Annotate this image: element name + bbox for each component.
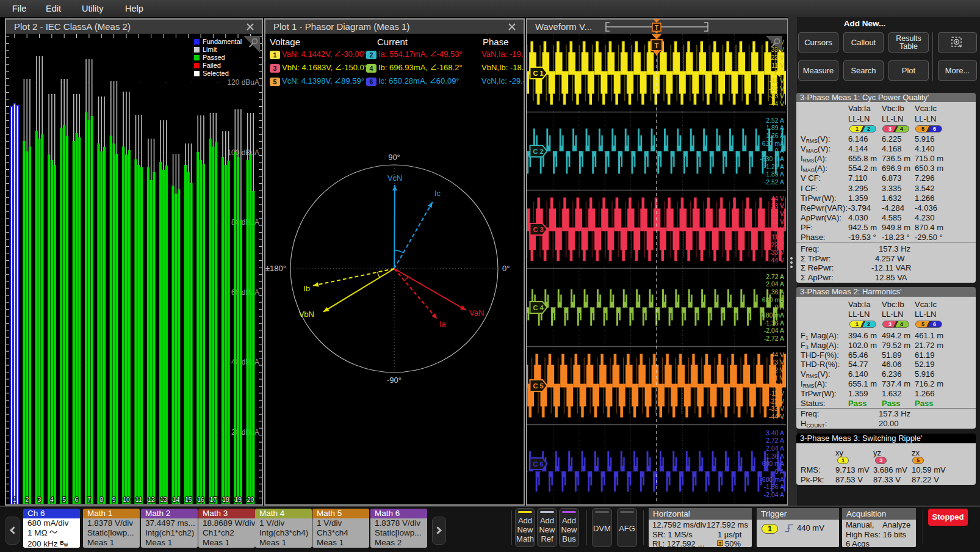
svg-text:14: 14 (173, 496, 180, 503)
svg-text:-11 V: -11 V (769, 77, 784, 84)
svg-text:0 A: 0 A (775, 468, 784, 475)
svg-text:-1.89 A: -1.89 A (764, 170, 784, 178)
svg-text:Ia: Ia (439, 319, 447, 329)
svg-text:15: 15 (185, 496, 192, 503)
svg-text:3: 3 (38, 496, 41, 503)
svg-text:-11 V: -11 V (769, 233, 784, 241)
svg-text:VbN: VbN (299, 310, 314, 319)
svg-text:VcN: VcN (387, 173, 403, 183)
svg-text:0 V: 0 V (774, 382, 784, 389)
svg-text:-630 mA: -630 mA (760, 155, 784, 162)
svg-text:12: 12 (148, 496, 155, 503)
svg-text:0 A: 0 A (775, 303, 784, 311)
svg-text:22 V: 22 V (771, 210, 784, 217)
svg-text:2.04 A: 2.04 A (766, 445, 784, 452)
svg-text:Ib: Ib (303, 284, 310, 293)
svg-text:0°: 0° (502, 264, 510, 273)
svg-text:1.89 A: 1.89 A (766, 124, 784, 131)
svg-text:11: 11 (135, 496, 142, 503)
svg-text:-22 V: -22 V (769, 241, 784, 249)
svg-text:44 V: 44 V (771, 351, 784, 358)
svg-text:33 V: 33 V (771, 358, 784, 366)
svg-text:-44 V: -44 V (769, 100, 784, 107)
svg-text:C 3: C 3 (533, 226, 544, 233)
svg-text:2.04 A: 2.04 A (766, 280, 784, 288)
svg-text:44 V: 44 V (771, 195, 784, 202)
svg-text:1.36 A: 1.36 A (766, 288, 784, 296)
svg-text:T: T (654, 42, 659, 50)
svg-text:-1.36 A: -1.36 A (764, 319, 784, 327)
svg-text:680 mA: 680 mA (762, 460, 784, 467)
svg-text:-33 V: -33 V (769, 92, 784, 100)
svg-text:1.36 A: 1.36 A (766, 452, 784, 460)
svg-text:-2.04 A: -2.04 A (764, 491, 784, 498)
svg-text:11 V: 11 V (771, 374, 784, 382)
svg-text:33 V: 33 V (771, 202, 784, 209)
svg-text:11 V: 11 V (771, 218, 784, 225)
svg-text:7: 7 (87, 496, 91, 503)
svg-text:10: 10 (123, 496, 130, 503)
svg-text:T: T (655, 24, 658, 31)
svg-text:-44 V: -44 V (769, 256, 784, 264)
svg-text:2.52 A: 2.52 A (766, 117, 784, 124)
svg-text:120 dBuA: 120 dBuA (227, 78, 259, 87)
svg-text:3.40 A: 3.40 A (766, 429, 784, 437)
svg-text:-680 mA: -680 mA (760, 476, 784, 483)
svg-text:17: 17 (210, 496, 217, 503)
svg-text:2.72 A: 2.72 A (766, 273, 784, 280)
svg-text:-22 V: -22 V (769, 398, 784, 405)
svg-text:2.72 A: 2.72 A (766, 437, 784, 444)
svg-text:22 V: 22 V (771, 366, 784, 374)
svg-text:-22 V: -22 V (769, 85, 784, 92)
svg-text:C 5: C 5 (533, 382, 544, 390)
svg-text:VaN: VaN (469, 308, 484, 318)
svg-text:8: 8 (99, 496, 103, 503)
svg-text:630 mA: 630 mA (762, 140, 784, 147)
svg-text:±180°: ±180° (265, 264, 286, 273)
svg-text:11 V: 11 V (771, 62, 784, 69)
svg-text:4: 4 (50, 496, 54, 503)
svg-text:-680 mA: -680 mA (760, 311, 784, 319)
svg-text:19: 19 (234, 496, 242, 503)
svg-text:-1.26 A: -1.26 A (764, 163, 784, 170)
svg-text:-2.04 A: -2.04 A (764, 327, 784, 334)
svg-text:-1.36 A: -1.36 A (764, 483, 784, 490)
svg-text:-44 V: -44 V (769, 413, 784, 420)
svg-text:9: 9 (112, 496, 116, 503)
svg-text:0 A: 0 A (775, 147, 784, 154)
svg-text:13: 13 (160, 496, 167, 503)
svg-text:680 mA: 680 mA (762, 296, 784, 303)
svg-text:16: 16 (197, 496, 204, 503)
svg-text:-90°: -90° (387, 376, 402, 385)
svg-text:-2.52 A: -2.52 A (764, 178, 784, 186)
svg-text:-33 V: -33 V (769, 249, 784, 256)
svg-text:1.26 A: 1.26 A (766, 132, 784, 139)
svg-text:C 6: C 6 (533, 460, 544, 468)
svg-text:18: 18 (222, 496, 229, 503)
svg-text:2: 2 (25, 496, 29, 503)
svg-text:C 1: C 1 (533, 70, 544, 77)
svg-text:T: T (719, 542, 722, 546)
svg-text:5: 5 (62, 496, 66, 503)
svg-text:90°: 90° (388, 153, 400, 162)
svg-text:1: 1 (13, 496, 16, 503)
svg-text:Ic: Ic (434, 189, 441, 198)
svg-text:C 4: C 4 (533, 304, 544, 311)
svg-text:6: 6 (75, 496, 79, 503)
svg-text:C 2: C 2 (533, 148, 544, 155)
svg-text:-11 V: -11 V (769, 390, 784, 397)
svg-text:-33 V: -33 V (769, 405, 784, 412)
svg-text:20: 20 (247, 496, 254, 503)
svg-text:-2.72 A: -2.72 A (764, 335, 784, 342)
svg-text:100 dBuA: 100 dBuA (227, 148, 259, 157)
svg-text:0 V: 0 V (774, 225, 784, 233)
svg-text:22 V: 22 V (771, 54, 784, 61)
